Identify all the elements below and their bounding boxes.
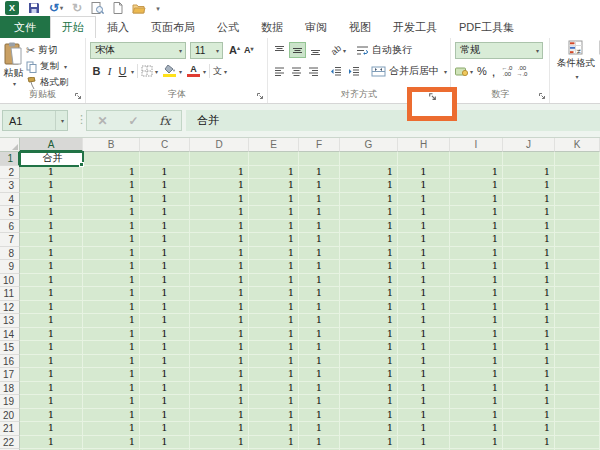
row-header-3[interactable]: 3 — [0, 179, 20, 193]
cell-D6[interactable]: 1 — [190, 220, 249, 234]
cell-J9[interactable]: 1 — [503, 260, 555, 274]
cell-A22[interactable]: 1 — [20, 436, 83, 450]
cell-F19[interactable]: 1 — [299, 395, 340, 409]
cell-I15[interactable]: 1 — [450, 341, 503, 355]
cell-J4[interactable]: 1 — [503, 193, 555, 207]
cell-D14[interactable]: 1 — [190, 328, 249, 342]
cell-C13[interactable]: 1 — [140, 314, 190, 328]
cell-D13[interactable]: 1 — [190, 314, 249, 328]
cell-I13[interactable]: 1 — [450, 314, 503, 328]
font-dialog-launcher-icon[interactable] — [256, 92, 264, 100]
cell-A9[interactable]: 1 — [20, 260, 83, 274]
cell-I20[interactable]: 1 — [450, 409, 503, 423]
cell-H11[interactable]: 1 — [398, 287, 450, 301]
cell-K16[interactable] — [555, 355, 600, 369]
cell-G10[interactable]: 1 — [340, 274, 398, 288]
cell-D16[interactable]: 1 — [190, 355, 249, 369]
cell-K19[interactable] — [555, 395, 600, 409]
cell-H16[interactable]: 1 — [398, 355, 450, 369]
cell-A20[interactable]: 1 — [20, 409, 83, 423]
cell-A4[interactable]: 1 — [20, 193, 83, 207]
phonetic-guide-button[interactable]: 文 ▾ — [213, 65, 227, 78]
fill-handle[interactable] — [79, 162, 84, 167]
cell-I10[interactable]: 1 — [450, 274, 503, 288]
cell-E7[interactable]: 1 — [249, 233, 299, 247]
cell-B9[interactable]: 1 — [83, 260, 140, 274]
cell-F14[interactable]: 1 — [299, 328, 340, 342]
cell-E21[interactable]: 1 — [249, 422, 299, 436]
cell-E10[interactable]: 1 — [249, 274, 299, 288]
cell-I3[interactable]: 1 — [450, 179, 503, 193]
enter-icon[interactable]: ✓ — [128, 114, 138, 128]
cell-E6[interactable]: 1 — [249, 220, 299, 234]
cell-A11[interactable]: 1 — [20, 287, 83, 301]
column-header-H[interactable]: H — [398, 138, 450, 152]
cell-A18[interactable]: 1 — [20, 382, 83, 396]
cell-J10[interactable]: 1 — [503, 274, 555, 288]
alignment-dialog-launcher-icon[interactable] — [428, 92, 437, 101]
cell-F17[interactable]: 1 — [299, 368, 340, 382]
tab-data[interactable]: 数据 — [250, 16, 294, 38]
cell-J19[interactable]: 1 — [503, 395, 555, 409]
font-size-combo[interactable]: 11 ▾ — [190, 42, 223, 59]
row-header-22[interactable]: 22 — [0, 436, 20, 450]
cell-H7[interactable]: 1 — [398, 233, 450, 247]
cell-F3[interactable]: 1 — [299, 179, 340, 193]
cell-D15[interactable]: 1 — [190, 341, 249, 355]
cell-K3[interactable] — [555, 179, 600, 193]
cell-F21[interactable]: 1 — [299, 422, 340, 436]
cell-G6[interactable]: 1 — [340, 220, 398, 234]
cell-H20[interactable]: 1 — [398, 409, 450, 423]
cell-K12[interactable] — [555, 301, 600, 315]
cell-G14[interactable]: 1 — [340, 328, 398, 342]
cell-E5[interactable]: 1 — [249, 206, 299, 220]
cell-J8[interactable]: 1 — [503, 247, 555, 261]
column-header-F[interactable]: F — [299, 138, 340, 152]
align-center-button[interactable] — [288, 63, 304, 79]
cell-F10[interactable]: 1 — [299, 274, 340, 288]
cell-B3[interactable]: 1 — [83, 179, 140, 193]
cell-D7[interactable]: 1 — [190, 233, 249, 247]
cell-I12[interactable]: 1 — [450, 301, 503, 315]
cell-H22[interactable]: 1 — [398, 436, 450, 450]
column-header-C[interactable]: C — [140, 138, 190, 152]
cell-C6[interactable]: 1 — [140, 220, 190, 234]
borders-button[interactable]: ▾ — [141, 65, 158, 77]
cell-G3[interactable]: 1 — [340, 179, 398, 193]
cell-D5[interactable]: 1 — [190, 206, 249, 220]
cell-A8[interactable]: 1 — [20, 247, 83, 261]
wrap-text-button[interactable]: 自动换行 — [356, 43, 412, 57]
cell-I11[interactable]: 1 — [450, 287, 503, 301]
cell-F22[interactable]: 1 — [299, 436, 340, 450]
cell-D21[interactable]: 1 — [190, 422, 249, 436]
underline-button[interactable]: U — [116, 65, 129, 77]
cell-C1[interactable] — [140, 152, 190, 166]
cell-E2[interactable]: 1 — [249, 166, 299, 180]
cell-I17[interactable]: 1 — [450, 368, 503, 382]
align-right-button[interactable] — [306, 63, 322, 79]
cell-B12[interactable]: 1 — [83, 301, 140, 315]
cell-C21[interactable]: 1 — [140, 422, 190, 436]
cell-K18[interactable] — [555, 382, 600, 396]
cell-I22[interactable]: 1 — [450, 436, 503, 450]
row-header-19[interactable]: 19 — [0, 395, 20, 409]
cell-A13[interactable]: 1 — [20, 314, 83, 328]
cell-G22[interactable]: 1 — [340, 436, 398, 450]
cell-A6[interactable]: 1 — [20, 220, 83, 234]
cell-B10[interactable]: 1 — [83, 274, 140, 288]
save-icon[interactable] — [28, 1, 40, 15]
cell-G19[interactable]: 1 — [340, 395, 398, 409]
grow-font-button[interactable]: A▴ — [229, 44, 240, 56]
cell-B19[interactable]: 1 — [83, 395, 140, 409]
cell-B8[interactable]: 1 — [83, 247, 140, 261]
name-box-caret-icon[interactable]: ▾ — [55, 111, 67, 130]
cell-J16[interactable]: 1 — [503, 355, 555, 369]
cell-K5[interactable] — [555, 206, 600, 220]
cell-E19[interactable]: 1 — [249, 395, 299, 409]
cell-E8[interactable]: 1 — [249, 247, 299, 261]
cell-A5[interactable]: 1 — [20, 206, 83, 220]
cell-C12[interactable]: 1 — [140, 301, 190, 315]
cell-E15[interactable]: 1 — [249, 341, 299, 355]
row-header-9[interactable]: 9 — [0, 260, 20, 274]
cell-H21[interactable]: 1 — [398, 422, 450, 436]
